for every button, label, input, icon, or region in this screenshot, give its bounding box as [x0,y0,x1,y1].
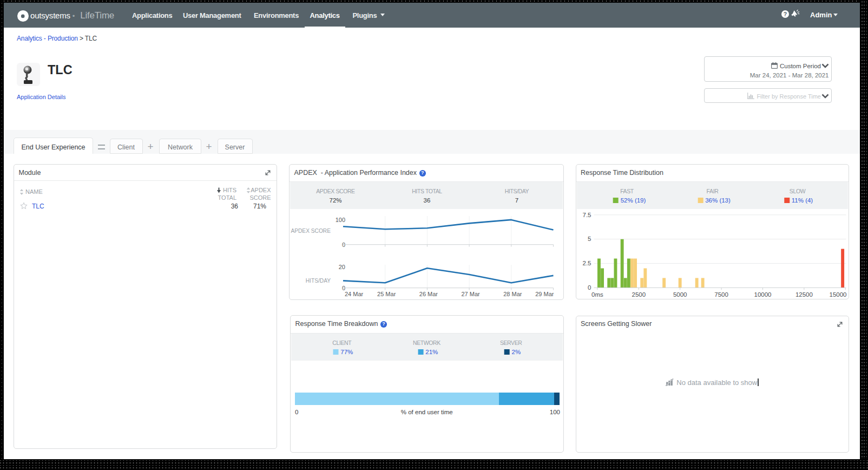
svg-text:28 Mar: 28 Mar [503,291,522,297]
svg-text:27 Mar: 27 Mar [461,291,480,297]
svg-text:APDEX SCORE: APDEX SCORE [291,228,331,234]
svg-text:HITS/DAY: HITS/DAY [306,278,331,284]
svg-text:7500: 7500 [714,291,728,298]
svg-text:0ms: 0ms [591,291,603,298]
svg-text:29 Mar: 29 Mar [535,291,554,297]
svg-text:15000: 15000 [829,291,846,298]
svg-text:20: 20 [339,264,345,270]
svg-text:7.5: 7.5 [582,212,591,218]
svg-text:24 Mar: 24 Mar [345,291,364,297]
svg-text:10000: 10000 [754,291,771,298]
svg-text:26 Mar: 26 Mar [419,291,438,297]
svg-text:5: 5 [588,236,591,242]
svg-text:2500: 2500 [632,291,646,298]
svg-text:5000: 5000 [673,291,687,298]
svg-text:0: 0 [588,284,591,291]
svg-text:2.5: 2.5 [582,260,591,266]
svg-text:100: 100 [336,217,345,223]
svg-text:12500: 12500 [795,291,812,298]
svg-text:25 Mar: 25 Mar [377,291,396,297]
